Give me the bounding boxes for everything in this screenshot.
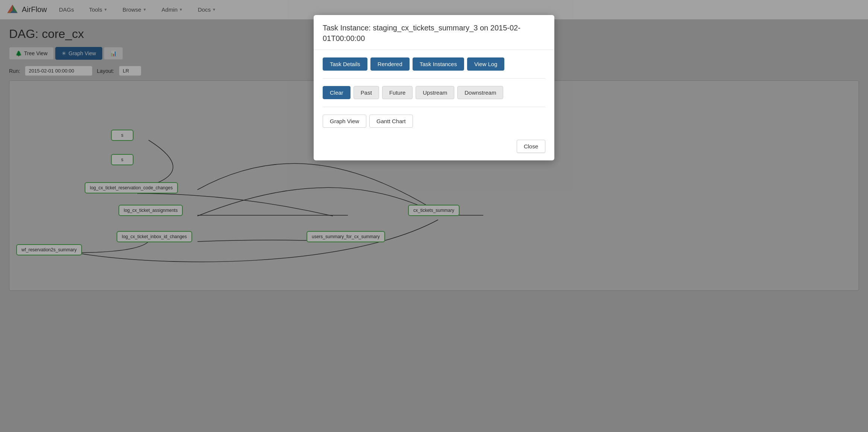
clear-button[interactable]: Clear bbox=[323, 86, 351, 99]
modal-body: Task Details Rendered Task Instances Vie… bbox=[314, 50, 554, 135]
close-modal-button[interactable]: Close bbox=[517, 140, 545, 153]
modal-title: Task Instance: staging_cx_tickets_summar… bbox=[323, 23, 545, 44]
modal-section-actions: Task Details Rendered Task Instances Vie… bbox=[323, 57, 545, 79]
view-log-button[interactable]: View Log bbox=[467, 57, 504, 71]
rendered-button[interactable]: Rendered bbox=[370, 57, 410, 71]
modal-dialog: Task Instance: staging_cx_tickets_summar… bbox=[314, 15, 554, 160]
modal-section-views: Graph View Gantt Chart bbox=[323, 115, 545, 128]
action-buttons-row: Task Details Rendered Task Instances Vie… bbox=[323, 57, 545, 71]
modal-section-clear: Clear Past Future Upstream Downstream bbox=[323, 86, 545, 107]
task-instances-button[interactable]: Task Instances bbox=[413, 57, 464, 71]
graph-view-button[interactable]: Graph View bbox=[323, 115, 366, 128]
modal-overlay[interactable]: Task Instance: staging_cx_tickets_summar… bbox=[0, 0, 868, 432]
downstream-button[interactable]: Downstream bbox=[457, 86, 503, 99]
gantt-chart-button[interactable]: Gantt Chart bbox=[369, 115, 413, 128]
upstream-button[interactable]: Upstream bbox=[416, 86, 454, 99]
future-button[interactable]: Future bbox=[382, 86, 413, 99]
task-details-button[interactable]: Task Details bbox=[323, 57, 367, 71]
view-buttons-row: Graph View Gantt Chart bbox=[323, 115, 545, 128]
modal-header: Task Instance: staging_cx_tickets_summar… bbox=[314, 15, 554, 50]
modal-footer: Close bbox=[314, 135, 554, 160]
past-button[interactable]: Past bbox=[354, 86, 379, 99]
clear-buttons-row: Clear Past Future Upstream Downstream bbox=[323, 86, 545, 99]
